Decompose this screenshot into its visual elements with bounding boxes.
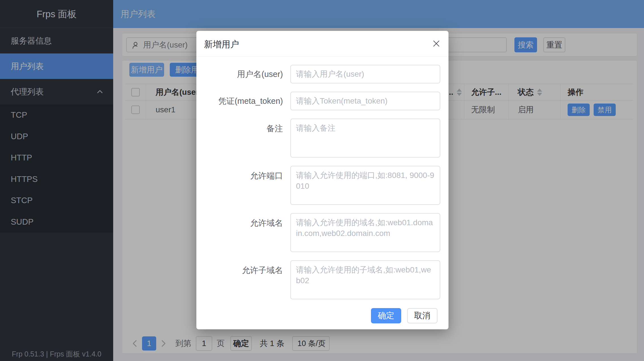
token-field[interactable] [290,92,440,110]
form-row-username: 用户名(user) [196,65,448,83]
allow-ports-field[interactable] [290,166,440,205]
username-field[interactable] [290,65,440,83]
dialog-body: 用户名(user) 凭证(meta_token) 备注 允许端口 允许域名 允许… [196,57,448,299]
form-row-subdomains: 允许子域名 [196,260,448,299]
form-row-domains: 允许域名 [196,213,448,252]
allow-subdomains-field[interactable] [290,260,440,299]
remark-label: 备注 [196,119,283,134]
add-user-dialog: 新增用户 用户名(user) 凭证(meta_token) 备注 允许端口 允许… [196,31,448,329]
allow-ports-label: 允许端口 [196,166,283,181]
allow-domains-field[interactable] [290,213,440,252]
remark-field[interactable] [290,119,440,158]
dialog-header: 新增用户 [196,31,448,57]
allow-domains-label: 允许域名 [196,213,283,228]
allow-subdomains-label: 允许子域名 [196,260,283,276]
cancel-button[interactable]: 取消 [407,308,437,323]
token-label: 凭证(meta_token) [196,92,283,110]
dialog-footer: 确定 取消 [371,308,437,323]
form-row-remark: 备注 [196,119,448,158]
form-row-ports: 允许端口 [196,166,448,205]
username-label: 用户名(user) [196,65,283,83]
form-row-token: 凭证(meta_token) [196,92,448,110]
dialog-title: 新增用户 [204,38,239,50]
confirm-button[interactable]: 确定 [371,308,401,323]
close-icon[interactable] [432,39,441,48]
